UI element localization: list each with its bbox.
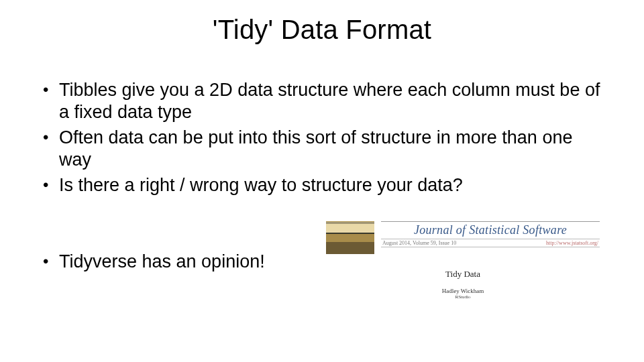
- slide: 'Tidy' Data Format Tibbles give you a 2D…: [0, 0, 644, 362]
- bullet-list-final: Tidyverse has an opinion!: [40, 251, 309, 273]
- bullet-item: Often data can be put into this sort of …: [40, 127, 604, 171]
- bullet-item: Is there a right / wrong way to structur…: [40, 174, 604, 196]
- bullet-list: Tibbles give you a 2D data structure whe…: [40, 79, 604, 200]
- bullet-item: Tidyverse has an opinion!: [40, 251, 309, 273]
- paper-url: http://www.jstatsoft.org/: [546, 240, 598, 246]
- slide-title: 'Tidy' Data Format: [0, 15, 644, 45]
- paper-journal-title: Journal of Statistical Software: [381, 222, 600, 239]
- paper-masthead: Journal of Statistical Software August 2…: [381, 221, 600, 247]
- paper-title: Tidy Data: [326, 269, 600, 280]
- bullet-item: Tibbles give you a 2D data structure whe…: [40, 79, 604, 123]
- paper-author: Hadley Wickham: [326, 288, 600, 294]
- paper-issue-line: August 2014, Volume 59, Issue 10: [382, 240, 456, 246]
- paper-thumbnail: Journal of Statistical Software August 2…: [326, 221, 600, 328]
- paper-org: RStudio: [326, 294, 600, 300]
- paper-logo-image: [326, 221, 374, 254]
